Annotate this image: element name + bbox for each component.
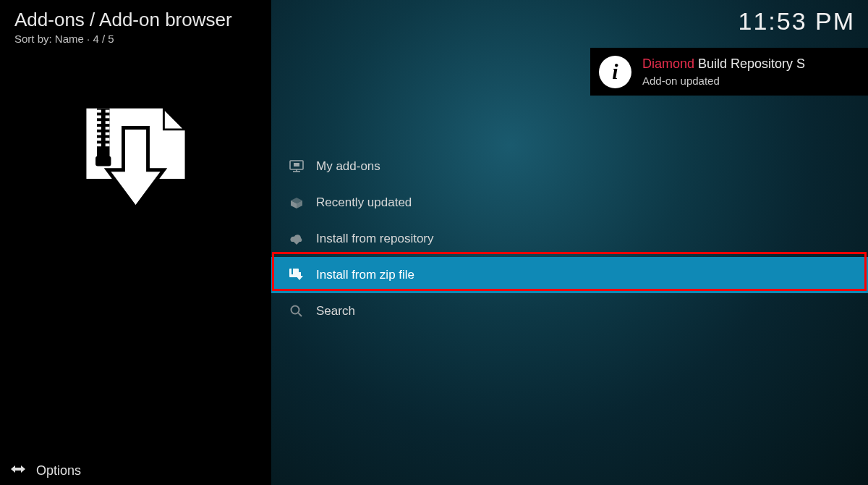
sort-position: · 4 / 5 xyxy=(84,33,114,45)
sort-line: Sort by: Name · 4 / 5 xyxy=(14,33,114,45)
menu-item-label: Install from zip file xyxy=(316,268,414,282)
notification-title: Diamond Build Repository S xyxy=(642,56,805,72)
monitor-icon xyxy=(286,160,307,173)
svg-rect-15 xyxy=(95,156,111,166)
svg-rect-6 xyxy=(106,121,110,124)
menu-list: My add-ons Recently updated xyxy=(271,148,868,329)
menu-item-install-from-zip[interactable]: Install from zip file xyxy=(271,257,868,293)
svg-rect-14 xyxy=(106,143,110,146)
svg-rect-3 xyxy=(97,115,101,118)
svg-rect-2 xyxy=(106,110,110,113)
zip-download-icon xyxy=(286,268,307,282)
menu-item-label: Install from repository xyxy=(316,232,434,246)
search-icon xyxy=(286,305,307,318)
clock: 11:53 PM xyxy=(738,7,855,35)
menu-item-my-addons[interactable]: My add-ons xyxy=(271,148,868,185)
main-panel: 11:53 PM i Diamond Build Repository S Ad… xyxy=(271,0,868,485)
box-open-icon xyxy=(286,195,307,210)
menu-item-label: Recently updated xyxy=(316,195,412,210)
options-button[interactable]: Options xyxy=(10,463,81,479)
info-icon: i xyxy=(599,56,631,88)
svg-rect-5 xyxy=(97,121,101,124)
menu-item-recently-updated[interactable]: Recently updated xyxy=(271,185,868,221)
sort-label: Sort by: Name xyxy=(14,33,84,45)
options-label: Options xyxy=(36,463,81,478)
svg-rect-11 xyxy=(97,138,101,141)
svg-rect-12 xyxy=(106,138,110,141)
svg-rect-13 xyxy=(97,143,101,146)
menu-item-label: Search xyxy=(316,304,355,319)
svg-line-23 xyxy=(299,313,302,317)
svg-rect-7 xyxy=(97,127,101,130)
breadcrumb: Add-ons / Add-on browser xyxy=(14,9,232,31)
svg-rect-1 xyxy=(97,110,101,113)
notification-subtitle: Add-on updated xyxy=(642,75,805,87)
menu-item-label: My add-ons xyxy=(316,159,380,174)
svg-rect-9 xyxy=(97,132,101,135)
arrows-horizontal-icon xyxy=(10,463,26,479)
cloud-download-icon xyxy=(286,232,307,245)
notification-toast: i Diamond Build Repository S Add-on upda… xyxy=(590,48,868,96)
menu-item-install-from-repository[interactable]: Install from repository xyxy=(271,221,868,257)
svg-rect-10 xyxy=(106,132,110,135)
zip-download-large-icon xyxy=(72,101,199,231)
menu-item-search[interactable]: Search xyxy=(271,293,868,329)
sidebar: Add-ons / Add-on browser Sort by: Name ·… xyxy=(0,0,271,485)
svg-rect-17 xyxy=(294,163,299,166)
svg-rect-21 xyxy=(292,269,293,274)
svg-rect-8 xyxy=(106,127,110,130)
svg-rect-4 xyxy=(106,115,110,118)
svg-point-22 xyxy=(292,306,299,314)
